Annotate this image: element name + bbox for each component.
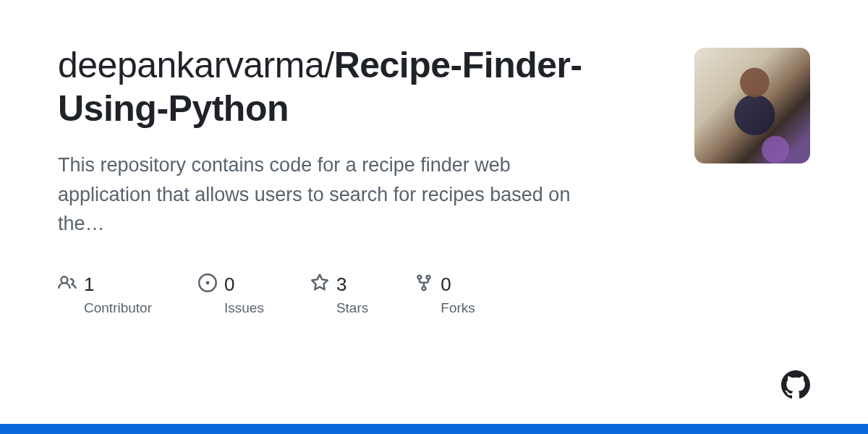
stat-label: Stars bbox=[336, 300, 368, 316]
stat-contributors[interactable]: 1 Contributor bbox=[58, 273, 152, 316]
stat-forks[interactable]: 0 Forks bbox=[414, 273, 475, 316]
repo-description: This repository contains code for a reci… bbox=[58, 150, 586, 239]
repo-owner[interactable]: deepankarvarma bbox=[58, 45, 324, 85]
stat-stars[interactable]: 3 Stars bbox=[310, 273, 368, 316]
accent-bar bbox=[0, 424, 868, 434]
stat-value: 1 bbox=[84, 273, 94, 296]
star-icon bbox=[310, 273, 329, 295]
stat-label: Contributor bbox=[84, 300, 152, 316]
stat-top: 0 bbox=[414, 273, 475, 296]
repo-title[interactable]: deepankarvarma/Recipe-Finder-Using-Pytho… bbox=[58, 43, 665, 130]
repo-separator: / bbox=[324, 45, 333, 85]
people-icon bbox=[58, 273, 77, 295]
github-logo-icon[interactable] bbox=[781, 370, 810, 402]
owner-avatar[interactable] bbox=[694, 48, 810, 163]
stat-value: 3 bbox=[336, 273, 346, 296]
issue-icon bbox=[198, 273, 217, 295]
main-column: deepankarvarma/Recipe-Finder-Using-Pytho… bbox=[58, 43, 665, 412]
stat-label: Forks bbox=[441, 300, 475, 316]
repo-social-card: deepankarvarma/Recipe-Finder-Using-Pytho… bbox=[58, 43, 810, 412]
stat-label: Issues bbox=[224, 300, 264, 316]
stat-top: 0 bbox=[198, 273, 264, 296]
fork-icon bbox=[414, 273, 433, 295]
stat-value: 0 bbox=[224, 273, 234, 296]
repo-stats: 1 Contributor 0 Issues 3 bbox=[58, 273, 665, 316]
stat-issues[interactable]: 0 Issues bbox=[198, 273, 264, 316]
stat-top: 1 bbox=[58, 273, 152, 296]
stat-value: 0 bbox=[441, 273, 451, 296]
stat-top: 3 bbox=[310, 273, 368, 296]
